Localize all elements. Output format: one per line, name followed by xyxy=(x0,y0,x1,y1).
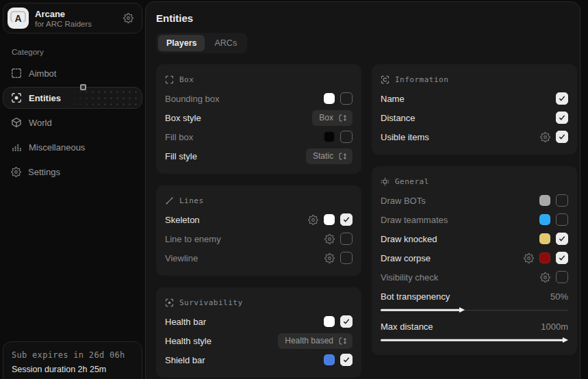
checkbox[interactable] xyxy=(556,233,568,245)
style-select[interactable]: Box xyxy=(312,110,353,126)
settings-columns: BoxBounding boxBox styleBoxFill boxFill … xyxy=(156,64,580,378)
setting-label: Max distance xyxy=(381,322,433,332)
row-controls xyxy=(324,315,353,328)
sub-expires-text: Sub expires in 26d 06h xyxy=(12,350,133,360)
setting-row: Health styleHealth based xyxy=(165,331,353,350)
row-settings-button[interactable] xyxy=(324,253,335,263)
checkbox[interactable] xyxy=(340,354,353,366)
row-controls: Box xyxy=(312,110,353,126)
setting-row: Bounding box xyxy=(165,89,353,108)
app-name: Arcane xyxy=(35,9,116,19)
checkbox[interactable] xyxy=(556,92,568,105)
card-header: Lines xyxy=(165,192,353,209)
color-swatch[interactable] xyxy=(539,214,550,225)
checkbox[interactable] xyxy=(340,252,353,264)
sidebar-item-label: Aimbot xyxy=(29,68,56,79)
select-value: Health based xyxy=(285,336,333,345)
app-logo-letter: A xyxy=(13,14,23,23)
setting-row: Distance xyxy=(381,108,568,127)
row-settings-button[interactable] xyxy=(540,132,550,142)
color-swatch[interactable] xyxy=(324,316,335,327)
category-label: Category xyxy=(12,48,142,56)
color-swatch[interactable] xyxy=(539,195,550,206)
sidebar-item-world[interactable]: World xyxy=(3,112,142,133)
app-header-text: Arcane for ARC Raiders xyxy=(35,9,116,28)
setting-label: Visibility check xyxy=(381,272,438,283)
row-controls xyxy=(524,252,568,264)
settings-icon xyxy=(11,167,21,177)
color-swatch[interactable] xyxy=(539,233,550,244)
row-settings-button[interactable] xyxy=(324,234,335,244)
setting-row: Max distance1000m xyxy=(381,317,568,336)
setting-row: Bot transpenency50% xyxy=(381,287,568,306)
header-settings-button[interactable] xyxy=(122,12,135,25)
checkbox[interactable] xyxy=(340,92,353,105)
row-controls xyxy=(324,252,353,264)
settings-column: BoxBounding boxBox styleBoxFill boxFill … xyxy=(156,64,361,378)
checkbox[interactable] xyxy=(340,213,353,226)
checkbox[interactable] xyxy=(556,213,568,226)
gear-icon xyxy=(324,253,335,263)
sidebar-item-aimbot[interactable]: Aimbot xyxy=(3,62,142,84)
checkbox[interactable] xyxy=(340,315,353,328)
setting-row: Fill box xyxy=(165,127,353,146)
tab-bar: PlayersARCs xyxy=(156,33,247,53)
sidebar-item-settings[interactable]: Settings xyxy=(3,161,142,183)
row-settings-button[interactable] xyxy=(308,215,318,225)
setting-row: Draw knocked xyxy=(381,229,568,248)
checkbox[interactable] xyxy=(556,131,568,143)
world-icon xyxy=(11,117,22,128)
setting-label: Health bar xyxy=(165,317,206,327)
sidebar-item-label: Miscellaneous xyxy=(29,142,85,153)
tab-arcs[interactable]: ARCs xyxy=(206,35,245,51)
card-header: Box xyxy=(165,71,353,88)
row-settings-button[interactable] xyxy=(524,253,534,263)
setting-row: Box styleBox xyxy=(165,108,353,127)
setting-label: Draw BOTs xyxy=(381,196,426,206)
settings-column: InformationNameDistanceUsible itemsGener… xyxy=(372,64,577,355)
slider-track[interactable] xyxy=(381,337,568,343)
sidebar-item-entities[interactable]: Entities xyxy=(3,87,142,109)
setting-row: Usible items xyxy=(381,127,568,146)
card-header: Survivability xyxy=(165,294,353,311)
card-title: Information xyxy=(395,75,448,84)
slider-track[interactable] xyxy=(381,306,568,313)
select-chooser-icon xyxy=(338,152,347,161)
check-icon xyxy=(558,133,566,141)
gear-icon xyxy=(324,234,335,244)
setting-label: Fill style xyxy=(165,151,197,161)
checkbox[interactable] xyxy=(556,271,568,283)
color-swatch[interactable] xyxy=(324,354,335,365)
row-controls: Health based xyxy=(278,333,353,349)
card-general: GeneralDraw BOTsDraw teammatesDraw knock… xyxy=(372,166,577,355)
color-swatch[interactable] xyxy=(324,214,335,225)
entities-icon xyxy=(11,92,22,103)
color-swatch[interactable] xyxy=(324,93,335,104)
card-lines: LinesSkeletonLine to enemyViewline xyxy=(156,185,361,276)
checkbox[interactable] xyxy=(340,233,353,245)
card-title: Box xyxy=(179,75,194,84)
tab-players[interactable]: Players xyxy=(158,35,205,51)
checkbox[interactable] xyxy=(340,131,353,143)
gear-icon xyxy=(540,132,550,142)
check-icon xyxy=(558,94,566,103)
row-settings-button[interactable] xyxy=(540,272,550,283)
sidebar-item-miscellaneous[interactable]: Miscellaneous xyxy=(3,136,142,158)
style-select[interactable]: Health based xyxy=(278,333,353,349)
select-value: Static xyxy=(313,151,333,161)
checkbox[interactable] xyxy=(556,252,568,264)
slider-thumb-arrow[interactable] xyxy=(459,307,465,313)
row-controls xyxy=(324,233,353,245)
setting-label: Bot transpenency xyxy=(381,291,450,302)
slider-thumb-arrow[interactable] xyxy=(563,337,568,343)
style-select[interactable]: Static xyxy=(306,148,353,164)
checkbox[interactable] xyxy=(556,112,568,124)
color-swatch[interactable] xyxy=(539,252,550,263)
sidebar-item-label: Entities xyxy=(29,93,61,103)
slider-value: 1000m xyxy=(541,322,568,332)
slider-track-fill xyxy=(381,339,565,341)
checkbox[interactable] xyxy=(556,194,568,207)
color-swatch[interactable] xyxy=(324,131,335,142)
row-controls xyxy=(540,131,568,143)
row-controls xyxy=(324,92,353,105)
